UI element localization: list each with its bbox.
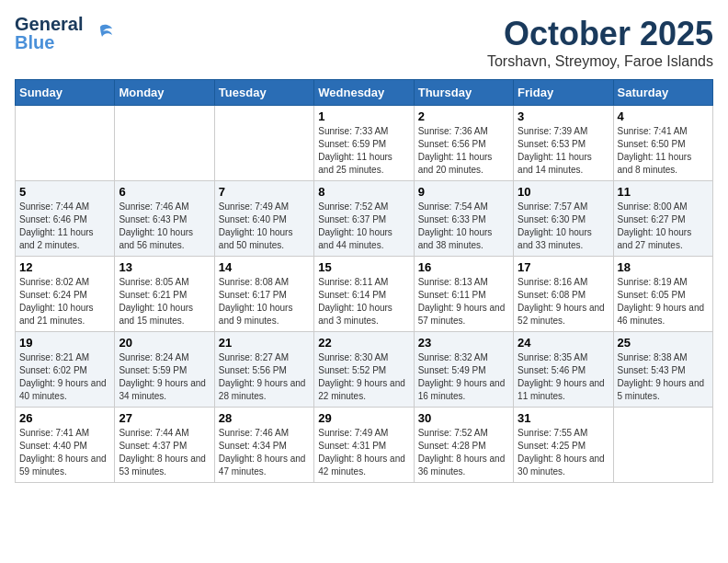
day-number: 21 xyxy=(219,336,310,350)
calendar-cell: 12Sunrise: 8:02 AMSunset: 6:24 PMDayligh… xyxy=(16,257,115,332)
calendar-cell: 10Sunrise: 7:57 AMSunset: 6:30 PMDayligh… xyxy=(514,181,613,257)
calendar-week-row: 26Sunrise: 7:41 AMSunset: 4:40 PMDayligh… xyxy=(16,408,713,483)
calendar-cell: 2Sunrise: 7:36 AMSunset: 6:56 PMDaylight… xyxy=(414,106,513,181)
calendar-cell: 17Sunrise: 8:16 AMSunset: 6:08 PMDayligh… xyxy=(514,257,613,332)
title-section: October 2025 Torshavn, Streymoy, Faroe I… xyxy=(487,15,713,70)
calendar-week-row: 19Sunrise: 8:21 AMSunset: 6:02 PMDayligh… xyxy=(16,332,713,408)
calendar-week-row: 12Sunrise: 8:02 AMSunset: 6:24 PMDayligh… xyxy=(16,257,713,332)
day-number: 3 xyxy=(518,109,609,123)
day-info: Sunrise: 8:02 AMSunset: 6:24 PMDaylight:… xyxy=(19,276,110,327)
day-info: Sunrise: 7:39 AMSunset: 6:53 PMDaylight:… xyxy=(518,125,609,177)
calendar-cell: 31Sunrise: 7:55 AMSunset: 4:25 PMDayligh… xyxy=(514,408,613,483)
column-header-friday: Friday xyxy=(514,80,613,106)
day-number: 8 xyxy=(318,185,409,199)
day-info: Sunrise: 7:54 AMSunset: 6:33 PMDaylight:… xyxy=(418,201,509,252)
day-number: 17 xyxy=(518,260,609,274)
day-number: 7 xyxy=(219,185,310,199)
location-title: Torshavn, Streymoy, Faroe Islands xyxy=(487,53,713,70)
calendar-cell: 19Sunrise: 8:21 AMSunset: 6:02 PMDayligh… xyxy=(16,332,115,408)
calendar-cell: 26Sunrise: 7:41 AMSunset: 4:40 PMDayligh… xyxy=(16,408,115,483)
calendar-cell: 6Sunrise: 7:46 AMSunset: 6:43 PMDaylight… xyxy=(115,181,214,257)
day-info: Sunrise: 8:35 AMSunset: 5:46 PMDaylight:… xyxy=(518,351,609,403)
calendar-cell: 11Sunrise: 8:00 AMSunset: 6:27 PMDayligh… xyxy=(613,181,712,257)
day-number: 9 xyxy=(418,185,509,199)
calendar-cell: 9Sunrise: 7:54 AMSunset: 6:33 PMDaylight… xyxy=(414,181,513,257)
day-info: Sunrise: 7:52 AMSunset: 4:28 PMDaylight:… xyxy=(418,427,509,478)
day-number: 6 xyxy=(119,185,210,199)
column-header-saturday: Saturday xyxy=(613,80,712,106)
day-number: 27 xyxy=(119,411,210,425)
day-info: Sunrise: 7:46 AMSunset: 4:34 PMDaylight:… xyxy=(219,427,310,478)
logo-bird-icon xyxy=(86,19,114,47)
day-number: 18 xyxy=(618,260,709,274)
calendar-cell xyxy=(115,106,214,181)
page-header: General Blue October 2025 Torshavn, Stre… xyxy=(15,15,713,70)
day-info: Sunrise: 7:41 AMSunset: 4:40 PMDaylight:… xyxy=(19,427,110,478)
day-number: 28 xyxy=(219,411,310,425)
day-info: Sunrise: 7:33 AMSunset: 6:59 PMDaylight:… xyxy=(318,125,409,177)
day-info: Sunrise: 8:24 AMSunset: 5:59 PMDaylight:… xyxy=(119,351,210,403)
day-number: 15 xyxy=(318,260,409,274)
day-number: 14 xyxy=(219,260,310,274)
day-number: 13 xyxy=(119,260,210,274)
day-number: 4 xyxy=(618,109,709,123)
calendar-cell: 20Sunrise: 8:24 AMSunset: 5:59 PMDayligh… xyxy=(115,332,214,408)
day-number: 20 xyxy=(119,336,210,350)
day-number: 30 xyxy=(418,411,509,425)
day-number: 11 xyxy=(618,185,709,199)
day-number: 26 xyxy=(19,411,110,425)
day-info: Sunrise: 8:30 AMSunset: 5:52 PMDaylight:… xyxy=(318,351,409,403)
logo: General Blue xyxy=(15,15,114,52)
calendar-cell: 22Sunrise: 8:30 AMSunset: 5:52 PMDayligh… xyxy=(314,332,414,408)
calendar-cell: 1Sunrise: 7:33 AMSunset: 6:59 PMDaylight… xyxy=(314,106,414,181)
day-info: Sunrise: 8:19 AMSunset: 6:05 PMDaylight:… xyxy=(618,276,709,327)
day-info: Sunrise: 8:08 AMSunset: 6:17 PMDaylight:… xyxy=(219,276,310,327)
calendar-week-row: 1Sunrise: 7:33 AMSunset: 6:59 PMDaylight… xyxy=(16,106,713,181)
column-header-sunday: Sunday xyxy=(16,80,115,106)
calendar-cell: 13Sunrise: 8:05 AMSunset: 6:21 PMDayligh… xyxy=(115,257,214,332)
day-info: Sunrise: 7:44 AMSunset: 6:46 PMDaylight:… xyxy=(19,201,110,252)
day-info: Sunrise: 7:44 AMSunset: 4:37 PMDaylight:… xyxy=(119,427,210,478)
day-number: 31 xyxy=(518,411,609,425)
day-info: Sunrise: 8:11 AMSunset: 6:14 PMDaylight:… xyxy=(318,276,409,327)
calendar-cell: 29Sunrise: 7:49 AMSunset: 4:31 PMDayligh… xyxy=(314,408,414,483)
calendar-cell: 8Sunrise: 7:52 AMSunset: 6:37 PMDaylight… xyxy=(314,181,414,257)
column-header-tuesday: Tuesday xyxy=(214,80,313,106)
day-info: Sunrise: 8:27 AMSunset: 5:56 PMDaylight:… xyxy=(219,351,310,403)
calendar-table: SundayMondayTuesdayWednesdayThursdayFrid… xyxy=(15,79,713,483)
calendar-cell: 18Sunrise: 8:19 AMSunset: 6:05 PMDayligh… xyxy=(613,257,712,332)
day-info: Sunrise: 7:57 AMSunset: 6:30 PMDaylight:… xyxy=(518,201,609,252)
calendar-cell: 21Sunrise: 8:27 AMSunset: 5:56 PMDayligh… xyxy=(214,332,313,408)
day-number: 19 xyxy=(19,336,110,350)
calendar-cell: 27Sunrise: 7:44 AMSunset: 4:37 PMDayligh… xyxy=(115,408,214,483)
column-header-monday: Monday xyxy=(115,80,214,106)
calendar-cell xyxy=(16,106,115,181)
day-info: Sunrise: 8:38 AMSunset: 5:43 PMDaylight:… xyxy=(618,351,709,403)
calendar-cell: 28Sunrise: 7:46 AMSunset: 4:34 PMDayligh… xyxy=(214,408,313,483)
day-number: 2 xyxy=(418,109,509,123)
day-info: Sunrise: 8:05 AMSunset: 6:21 PMDaylight:… xyxy=(119,276,210,327)
day-info: Sunrise: 8:32 AMSunset: 5:49 PMDaylight:… xyxy=(418,351,509,403)
logo-blue: Blue xyxy=(15,33,83,52)
calendar-cell: 16Sunrise: 8:13 AMSunset: 6:11 PMDayligh… xyxy=(414,257,513,332)
day-number: 12 xyxy=(19,260,110,274)
day-info: Sunrise: 8:00 AMSunset: 6:27 PMDaylight:… xyxy=(618,201,709,252)
day-info: Sunrise: 7:52 AMSunset: 6:37 PMDaylight:… xyxy=(318,201,409,252)
calendar-cell xyxy=(214,106,313,181)
calendar-cell: 4Sunrise: 7:41 AMSunset: 6:50 PMDaylight… xyxy=(613,106,712,181)
calendar-cell: 7Sunrise: 7:49 AMSunset: 6:40 PMDaylight… xyxy=(214,181,313,257)
calendar-week-row: 5Sunrise: 7:44 AMSunset: 6:46 PMDaylight… xyxy=(16,181,713,257)
calendar-header-row: SundayMondayTuesdayWednesdayThursdayFrid… xyxy=(16,80,713,106)
day-info: Sunrise: 7:49 AMSunset: 6:40 PMDaylight:… xyxy=(219,201,310,252)
day-info: Sunrise: 7:36 AMSunset: 6:56 PMDaylight:… xyxy=(418,125,509,177)
calendar-cell xyxy=(613,408,712,483)
day-info: Sunrise: 7:49 AMSunset: 4:31 PMDaylight:… xyxy=(318,427,409,478)
column-header-thursday: Thursday xyxy=(414,80,513,106)
calendar-cell: 30Sunrise: 7:52 AMSunset: 4:28 PMDayligh… xyxy=(414,408,513,483)
day-info: Sunrise: 7:55 AMSunset: 4:25 PMDaylight:… xyxy=(518,427,609,478)
day-info: Sunrise: 8:21 AMSunset: 6:02 PMDaylight:… xyxy=(19,351,110,403)
day-number: 25 xyxy=(618,336,709,350)
day-info: Sunrise: 7:46 AMSunset: 6:43 PMDaylight:… xyxy=(119,201,210,252)
calendar-cell: 23Sunrise: 8:32 AMSunset: 5:49 PMDayligh… xyxy=(414,332,513,408)
day-info: Sunrise: 8:13 AMSunset: 6:11 PMDaylight:… xyxy=(418,276,509,327)
